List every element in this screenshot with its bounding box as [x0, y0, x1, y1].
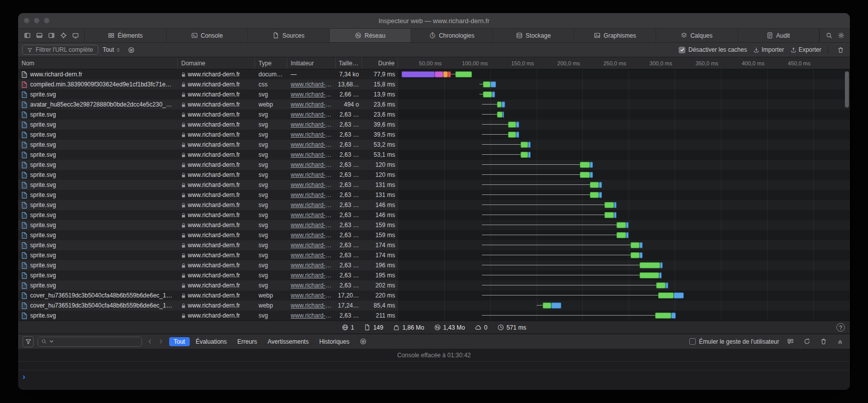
network-request-row[interactable]: sprite.svg www.richard-dern.fr svg www.r… — [18, 270, 850, 280]
initiator-link[interactable]: www.richard-d… — [291, 272, 332, 279]
console-filter-icon[interactable] — [23, 336, 34, 347]
column-header-taille[interactable]: Taille… — [336, 57, 362, 69]
network-request-row[interactable]: sprite.svg www.richard-dern.fr svg www.r… — [18, 311, 850, 321]
initiator-link[interactable]: www.richard-d… — [291, 81, 332, 88]
network-request-row[interactable]: compiled.min.38390909f303624ed9e1cf1bd3f… — [18, 79, 850, 89]
console-scope-erreurs[interactable]: Erreurs — [233, 337, 262, 346]
panel-right-icon[interactable] — [46, 30, 57, 41]
display-icon[interactable] — [70, 30, 81, 41]
network-request-row[interactable]: sprite.svg www.richard-dern.fr svg www.r… — [18, 150, 850, 160]
initiator-link[interactable]: www.richard-d… — [291, 141, 332, 148]
minimize-window-button[interactable] — [34, 18, 40, 24]
tab-graphismes[interactable]: Graphismes — [574, 29, 656, 42]
network-request-row[interactable]: sprite.svg www.richard-dern.fr svg www.r… — [18, 260, 850, 270]
initiator-link[interactable]: www.richard-d… — [291, 131, 332, 138]
network-request-row[interactable]: sprite.svg www.richard-dern.fr svg www.r… — [18, 210, 850, 220]
network-request-row[interactable]: sprite.svg www.richard-dern.fr svg www.r… — [18, 160, 850, 170]
console-search-input[interactable] — [38, 337, 142, 347]
initiator-link[interactable]: www.richard-d… — [291, 101, 332, 108]
zoom-window-button[interactable] — [44, 18, 50, 24]
network-request-row[interactable]: sprite.svg www.richard-dern.fr svg www.r… — [18, 240, 850, 250]
network-request-row[interactable]: sprite.svg www.richard-dern.fr svg www.r… — [18, 110, 850, 120]
initiator-link[interactable]: www.richard-d… — [291, 252, 332, 259]
network-request-row[interactable]: sprite.svg www.richard-dern.fr svg www.r… — [18, 180, 850, 190]
console-scope-tout[interactable]: Tout — [169, 337, 190, 346]
initiator-link[interactable]: www.richard-d… — [291, 151, 332, 158]
vertical-scrollbar[interactable] — [845, 71, 849, 108]
emulate-user-gesture-checkbox[interactable]: Émuler le geste de l'utilisateur — [689, 338, 779, 345]
expand-console-icon[interactable] — [834, 336, 845, 347]
console-input-area[interactable] — [18, 383, 850, 390]
initiator-link[interactable]: www.richard-d… — [291, 262, 332, 269]
console-scope-avertissements[interactable]: Avertissements — [263, 337, 313, 346]
tab-reseau[interactable]: Réseau — [330, 29, 412, 42]
resource-type-filter-select[interactable]: Tout — [103, 46, 121, 53]
network-request-row[interactable]: www.richard-dern.fr www.richard-dern.fr … — [18, 69, 850, 79]
filter-options-icon[interactable] — [126, 44, 137, 55]
network-request-row[interactable]: sprite.svg www.richard-dern.fr svg www.r… — [18, 190, 850, 200]
tab-audit[interactable]: Audit — [738, 29, 820, 42]
previous-result-icon[interactable] — [146, 338, 153, 345]
search-icon[interactable] — [823, 30, 834, 41]
panel-left-icon[interactable] — [22, 30, 33, 41]
network-request-row[interactable]: sprite.svg www.richard-dern.fr svg www.r… — [18, 89, 850, 99]
initiator-link[interactable]: www.richard-d… — [291, 91, 332, 98]
column-header-type[interactable]: Type — [255, 57, 287, 69]
network-request-row[interactable]: sprite.svg www.richard-dern.fr svg www.r… — [18, 140, 850, 150]
network-request-row[interactable]: sprite.svg www.richard-dern.fr svg www.r… — [18, 120, 850, 130]
initiator-link[interactable]: www.richard-d… — [291, 312, 332, 319]
initiator-link[interactable]: www.richard-d… — [291, 201, 332, 209]
column-header-initiateur[interactable]: Initiateur — [287, 57, 336, 69]
network-request-row[interactable]: sprite.svg www.richard-dern.fr svg www.r… — [18, 280, 850, 290]
column-header-duree[interactable]: Durée — [362, 57, 398, 69]
help-button[interactable]: ? — [836, 323, 845, 332]
disable-caches-checkbox[interactable]: Désactiver les caches — [679, 46, 747, 53]
initiator-link[interactable]: www.richard-d… — [291, 292, 332, 299]
close-window-button[interactable] — [24, 18, 30, 24]
initiator-link[interactable]: www.richard-d… — [291, 282, 332, 289]
tab-sources[interactable]: Sources — [248, 29, 330, 42]
clear-console-icon[interactable] — [818, 336, 829, 347]
console-prompt[interactable]: › — [18, 370, 850, 383]
initiator-link[interactable]: www.richard-d… — [291, 191, 332, 198]
network-request-row[interactable]: sprite.svg www.richard-dern.fr svg www.r… — [18, 130, 850, 140]
initiator-link[interactable]: www.richard-d… — [291, 232, 332, 239]
initiator-link[interactable]: www.richard-d… — [291, 111, 332, 118]
panel-bottom-icon[interactable] — [34, 30, 45, 41]
next-result-icon[interactable] — [157, 338, 164, 345]
network-request-row[interactable]: sprite.svg www.richard-dern.fr svg www.r… — [18, 250, 850, 260]
network-request-row[interactable]: avatar_hu85ecc3e298728880b0bde2dcc4e5c23… — [18, 99, 850, 110]
initiator-link[interactable]: www.richard-d… — [291, 302, 332, 309]
console-scope-évaluations[interactable]: Évaluations — [191, 337, 231, 346]
network-request-row[interactable]: cover_hu736519dc3b5040cfa48b6b559b6de6ec… — [18, 290, 850, 300]
network-request-row[interactable]: sprite.svg www.richard-dern.fr svg www.r… — [18, 220, 850, 230]
initiator-link[interactable]: www.richard-d… — [291, 171, 332, 178]
window-titlebar[interactable]: Inspecteur web — www.richard-dern.fr — [18, 13, 850, 28]
tab-console[interactable]: Console — [167, 29, 249, 42]
column-header-domaine[interactable]: Domaine — [178, 57, 255, 69]
import-button[interactable]: Importer — [754, 46, 784, 53]
initiator-link[interactable]: www.richard-d… — [291, 121, 332, 128]
console-scope-historiques[interactable]: Historiques — [315, 337, 354, 346]
tab-elements[interactable]: Éléments — [85, 29, 167, 42]
initiator-link[interactable]: www.richard-d… — [291, 222, 332, 229]
tab-calques[interactable]: Calques — [656, 29, 738, 42]
network-request-row[interactable]: sprite.svg www.richard-dern.fr svg www.r… — [18, 200, 850, 210]
preserve-log-icon[interactable] — [801, 336, 812, 347]
export-button[interactable]: Exporter — [791, 46, 821, 53]
tab-chronologies[interactable]: Chronologies — [411, 29, 493, 42]
initiator-link[interactable]: www.richard-d… — [291, 181, 332, 188]
console-messages-icon[interactable] — [785, 336, 796, 347]
initiator-link[interactable]: www.richard-d… — [291, 161, 332, 168]
clear-network-items-icon[interactable] — [835, 44, 846, 55]
column-header-nom[interactable]: Nom — [18, 57, 178, 69]
inspect-icon[interactable] — [58, 30, 69, 41]
tab-stockage[interactable]: Stockage — [493, 29, 575, 42]
network-request-row[interactable]: cover_hu736519dc3b5040cfa48b6b559b6de6ec… — [18, 300, 850, 311]
network-request-row[interactable]: sprite.svg www.richard-dern.fr svg www.r… — [18, 170, 850, 180]
console-filter-options-icon[interactable] — [358, 336, 369, 347]
initiator-link[interactable]: www.richard-d… — [291, 242, 332, 249]
network-request-row[interactable]: sprite.svg www.richard-dern.fr svg www.r… — [18, 230, 850, 240]
url-filter-input[interactable]: Filtrer l'URL complète — [22, 45, 98, 55]
gear-icon[interactable] — [835, 30, 846, 41]
